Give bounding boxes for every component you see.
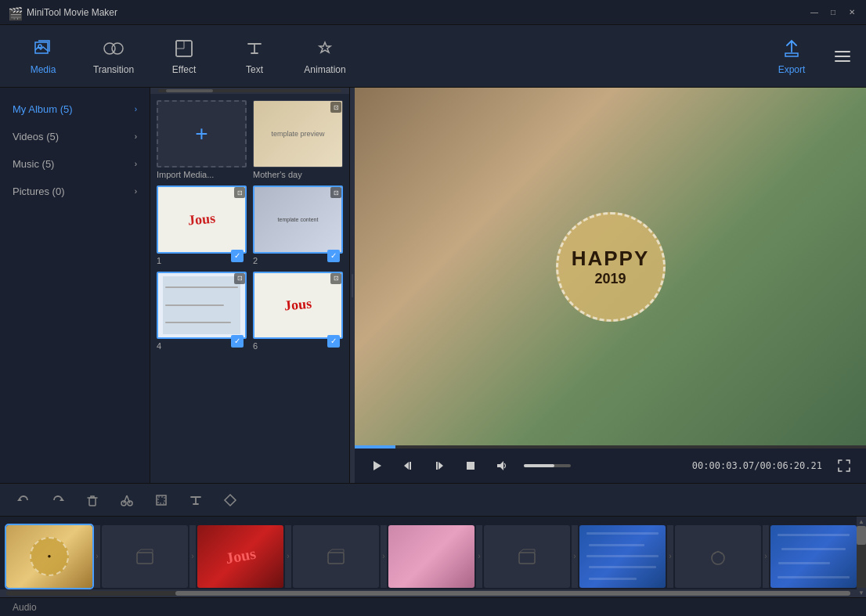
timeline-clip-3[interactable]: Jous [197, 525, 283, 588]
timeline-clip-2[interactable] [102, 525, 188, 588]
timeline-clip-7[interactable] [579, 525, 666, 588]
blank-clip-icon-2 [324, 545, 348, 568]
h-scroll-track [6, 591, 850, 596]
cut-button[interactable] [116, 489, 138, 511]
item6-thumbnail: ⊡ Jous [253, 272, 343, 339]
scroll-up-button[interactable]: ▲ [857, 517, 866, 526]
text-overlay-icon [189, 493, 203, 507]
handwriting-icon: Jous [187, 210, 216, 229]
preview-video: HAPPY 2019 [355, 88, 866, 445]
window-controls: — □ ✕ [808, 6, 858, 19]
fullscreen-button[interactable] [835, 456, 853, 475]
media-item-2[interactable]: ⊡ template content ✓ 2 [253, 186, 343, 265]
toolbar-media-button[interactable]: Media [8, 28, 78, 85]
sidebar-item-pictures[interactable]: Pictures (0) › [0, 178, 150, 205]
preview-circle: HAPPY 2019 [556, 212, 666, 322]
close-button[interactable]: ✕ [846, 6, 858, 19]
chevron-right-icon: › [135, 160, 137, 168]
toolbar-animation-button[interactable]: Animation [290, 28, 360, 85]
media-item-6[interactable]: ⊡ Jous ✓ 6 [253, 272, 343, 351]
mothers-day-item[interactable]: ⊡ template preview Mother's day [253, 100, 343, 179]
code-line [778, 534, 850, 536]
clip-thumbnail-2 [102, 525, 188, 588]
menu-button[interactable] [827, 41, 858, 72]
svg-rect-14 [89, 498, 96, 506]
stop-button[interactable] [461, 456, 480, 475]
check-badge: ✓ [327, 250, 340, 262]
delete-button[interactable] [81, 489, 103, 511]
step-forward-button[interactable] [430, 456, 449, 475]
scroll-thumb [166, 89, 213, 92]
transition-icon [103, 38, 124, 59]
clip-thumbnail-3: Jous [197, 525, 283, 588]
clip-thumbnail-9 [770, 525, 857, 588]
timeline-clip-1[interactable]: ● [6, 525, 92, 588]
clip-thumbnail-5 [388, 525, 474, 588]
audio-label: Audio [0, 597, 866, 616]
undo-button[interactable] [13, 489, 34, 511]
clip-thumbnail-6 [484, 525, 570, 588]
preview-progress-bar[interactable] [355, 445, 866, 448]
sidebar-item-music[interactable]: Music (5) › [0, 150, 150, 178]
volume-button[interactable] [493, 456, 511, 475]
play-button[interactable] [367, 456, 386, 475]
minimize-button[interactable]: — [808, 6, 821, 19]
crop-button[interactable] [150, 489, 172, 511]
menu-line-2 [835, 56, 850, 57]
toolbar: Media Transition Effect Text Animation [0, 25, 866, 88]
preview-panel: HAPPY 2019 [355, 88, 866, 483]
media-item-1[interactable]: ⊡ Jous ✓ 1 [157, 186, 247, 265]
import-media-item[interactable]: + Import Media... [157, 100, 247, 179]
svg-marker-6 [404, 462, 409, 470]
diamond-button[interactable] [219, 489, 241, 511]
corner-badge: ⊡ [234, 273, 245, 284]
code-line [589, 544, 644, 546]
app-title: MiniTool Movie Maker [27, 7, 808, 18]
timeline-vertical-scrollbar[interactable]: ▲ ▼ [857, 517, 866, 597]
svg-rect-20 [328, 553, 344, 564]
sidebar-item-album[interactable]: My Album (5) › [0, 95, 150, 123]
clip-connector-2: › [189, 525, 196, 588]
check-badge: ✓ [231, 250, 244, 262]
export-icon [781, 38, 803, 59]
step-back-button[interactable] [399, 456, 417, 475]
scroll-down-button[interactable]: ▼ [857, 588, 866, 597]
import-button[interactable]: + [157, 100, 247, 168]
chevron-right-icon: › [135, 187, 137, 196]
timeline-clip-4[interactable] [293, 525, 379, 588]
plus-icon: + [195, 123, 207, 145]
redo-button[interactable] [47, 489, 69, 511]
volume-slider[interactable] [524, 464, 571, 467]
toolbar-effect-button[interactable]: Effect [149, 28, 219, 85]
timeline-body: ● › › [0, 517, 866, 597]
svg-marker-11 [497, 461, 503, 470]
timeline-area: ● › › [0, 483, 866, 616]
timeline-clip-8[interactable] [675, 525, 761, 588]
media-scrollbar[interactable] [150, 88, 349, 94]
toolbar-text-button[interactable]: Text [219, 28, 290, 85]
time-display: 00:00:03.07/00:06:20.21 [692, 460, 822, 471]
corner-badge: ⊡ [234, 187, 245, 198]
text-overlay-button[interactable] [185, 489, 207, 511]
timeline-clip-9[interactable] [770, 525, 857, 588]
svg-marker-8 [438, 462, 443, 470]
animation-icon [314, 38, 336, 59]
toolbar-export-button[interactable]: Export [756, 28, 827, 85]
svg-point-22 [712, 552, 724, 564]
h-scroll-thumb [175, 591, 850, 596]
v-scroll-track [857, 526, 866, 588]
timeline-scroll: ● › › [0, 517, 857, 597]
text-icon [244, 38, 265, 59]
corner-badge: ⊡ [330, 273, 341, 284]
maximize-button[interactable]: □ [827, 6, 839, 19]
timeline-clip-5[interactable] [388, 525, 474, 588]
timeline-toolbar [0, 484, 866, 517]
timeline-horizontal-scrollbar[interactable] [0, 589, 857, 597]
svg-marker-12 [17, 498, 22, 501]
v-scroll-thumb [857, 526, 866, 545]
toolbar-transition-button[interactable]: Transition [78, 28, 149, 85]
sidebar-item-videos[interactable]: Videos (5) › [0, 123, 150, 150]
timeline-clip-6[interactable] [484, 525, 570, 588]
media-item-4[interactable]: ⊡ ✓ 4 [157, 272, 247, 351]
timeline-track: ● › › [0, 517, 857, 589]
